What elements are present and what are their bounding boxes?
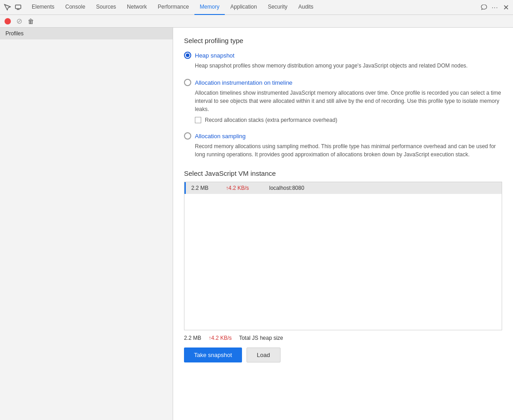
allocation-sampling-label[interactable]: Allocation sampling bbox=[195, 133, 246, 140]
take-snapshot-button[interactable]: Take snapshot bbox=[184, 348, 242, 362]
close-icon[interactable]: ✕ bbox=[501, 3, 510, 12]
allocation-instrumentation-radio[interactable] bbox=[184, 79, 191, 86]
device-icon[interactable] bbox=[14, 3, 23, 12]
main-nav: Elements Console Sources Network Perform… bbox=[26, 0, 479, 14]
inspect-icon[interactable] bbox=[3, 3, 12, 12]
vm-rate: ↑4.2 KB/s bbox=[226, 185, 262, 191]
select-profiling-title: Select profiling type bbox=[184, 37, 502, 44]
tab-network[interactable]: Network bbox=[121, 0, 152, 15]
main-toolbar: Elements Console Sources Network Perform… bbox=[0, 0, 513, 15]
tab-sources[interactable]: Sources bbox=[91, 0, 121, 15]
stop-button[interactable]: ⊘ bbox=[15, 17, 24, 26]
action-buttons: Take snapshot Load bbox=[184, 346, 502, 362]
allocation-instrumentation-header: Allocation instrumentation on timeline bbox=[184, 79, 502, 86]
tab-security[interactable]: Security bbox=[262, 0, 293, 15]
allocation-sampling-desc: Record memory allocations using sampling… bbox=[195, 142, 502, 159]
heap-snapshot-radio[interactable] bbox=[184, 52, 191, 59]
svg-rect-0 bbox=[15, 5, 21, 9]
footer-stats: 2.2 MB ↑4.2 KB/s Total JS heap size bbox=[184, 330, 502, 346]
vm-size: 2.2 MB bbox=[191, 185, 218, 191]
sidebar-item-profiles[interactable]: Profiles bbox=[0, 28, 173, 39]
footer-label: Total JS heap size bbox=[239, 335, 283, 341]
allocation-sampling-option: Allocation sampling Record memory alloca… bbox=[184, 132, 502, 159]
allocation-instrumentation-label[interactable]: Allocation instrumentation on timeline bbox=[195, 79, 292, 86]
vm-table: 2.2 MB ↑4.2 KB/s localhost:8080 bbox=[184, 182, 502, 330]
toolbar-icons-left bbox=[3, 3, 23, 12]
allocation-instrumentation-option: Allocation instrumentation on timeline A… bbox=[184, 79, 502, 123]
heap-snapshot-desc: Heap snapshot profiles show memory distr… bbox=[195, 62, 502, 70]
heap-snapshot-label[interactable]: Heap snapshot bbox=[195, 52, 234, 59]
clear-button[interactable]: 🗑 bbox=[26, 17, 35, 26]
vm-instance-row[interactable]: 2.2 MB ↑4.2 KB/s localhost:8080 bbox=[184, 182, 502, 194]
vm-title: Select JavaScript VM instance bbox=[184, 169, 502, 177]
tab-memory[interactable]: Memory bbox=[194, 0, 225, 15]
sidebar: Profiles bbox=[0, 28, 173, 420]
tab-performance[interactable]: Performance bbox=[152, 0, 194, 15]
heap-snapshot-option: Heap snapshot Heap snapshot profiles sho… bbox=[184, 52, 502, 70]
tab-console[interactable]: Console bbox=[60, 0, 91, 15]
main-layout: Profiles Select profiling type Heap snap… bbox=[0, 28, 513, 420]
more-icon[interactable]: ··· bbox=[490, 3, 499, 12]
vm-host: localhost:8080 bbox=[269, 185, 304, 191]
toolbar-right: ··· ✕ bbox=[479, 3, 510, 12]
footer-size: 2.2 MB bbox=[184, 335, 201, 341]
tab-application[interactable]: Application bbox=[225, 0, 262, 15]
allocation-stacks-label: Record allocation stacks (extra performa… bbox=[205, 117, 337, 123]
allocation-sampling-header: Allocation sampling bbox=[184, 132, 502, 140]
tab-audits[interactable]: Audits bbox=[293, 0, 319, 15]
vm-section: Select JavaScript VM instance 2.2 MB ↑4.… bbox=[184, 169, 502, 330]
allocation-stacks-checkbox[interactable] bbox=[195, 117, 201, 123]
sub-toolbar: ⊘ 🗑 bbox=[0, 15, 513, 28]
feedback-icon[interactable] bbox=[479, 3, 489, 12]
allocation-sampling-radio[interactable] bbox=[184, 132, 191, 140]
allocation-instrumentation-desc: Allocation timelines show instrumented J… bbox=[195, 89, 502, 113]
footer-rate: ↑4.2 KB/s bbox=[208, 335, 232, 341]
heap-snapshot-header: Heap snapshot bbox=[184, 52, 502, 59]
load-button[interactable]: Load bbox=[247, 348, 281, 362]
allocation-stacks-row: Record allocation stacks (extra performa… bbox=[195, 117, 502, 123]
vm-empty-space bbox=[184, 194, 502, 330]
content-area: Select profiling type Heap snapshot Heap… bbox=[173, 28, 513, 420]
record-button[interactable] bbox=[5, 18, 11, 24]
tab-elements[interactable]: Elements bbox=[26, 0, 60, 15]
